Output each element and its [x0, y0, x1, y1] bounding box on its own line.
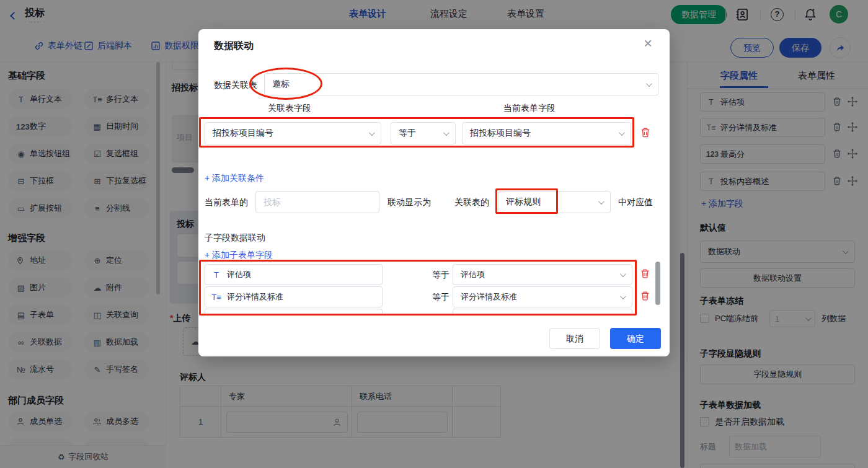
- target-field-value: 评标规则: [506, 196, 541, 208]
- current-form-field-value: 招投标项目编号: [470, 128, 531, 139]
- corresponding-value-label: 中对应值: [618, 197, 653, 208]
- chevron-down-icon: [620, 293, 626, 299]
- target-field-select[interactable]: 评标规则: [498, 191, 611, 213]
- delete-condition-icon[interactable]: [640, 127, 651, 138]
- textarea-icon: T≡: [211, 293, 221, 302]
- delete-subfield-icon[interactable]: [640, 291, 650, 301]
- chevron-down-icon: [598, 198, 604, 205]
- relation-field-value: 招投标项目编号: [213, 128, 273, 139]
- subfield-right-value: 评分详情及标准: [461, 291, 517, 302]
- subfield-right-select[interactable]: 评分详情及标准: [453, 286, 632, 307]
- subfield-left-box[interactable]: T 评估项: [205, 264, 383, 285]
- relation-table-select[interactable]: 邀标: [264, 73, 658, 95]
- column-header-right: 当前表单字段: [503, 103, 556, 114]
- subfield-section-title: 子字段数据联动: [205, 232, 265, 244]
- add-condition-link[interactable]: + 添加关联条件: [205, 173, 264, 184]
- chevron-down-icon: [369, 130, 375, 136]
- data-linkage-modal: 数据联动 × 数据关联表 邀标 关联表字段 当前表单字段 招投标项目编号 等于 …: [198, 29, 670, 356]
- current-form-field-select[interactable]: 招投标项目编号: [462, 122, 631, 144]
- relation-table-label: 数据关联表: [214, 80, 257, 91]
- relation-field-select[interactable]: 招投标项目编号: [205, 122, 381, 144]
- subfield-row-partial: [453, 309, 632, 314]
- confirm-button[interactable]: 确定: [610, 328, 661, 349]
- modal-scrollbar[interactable]: [655, 262, 660, 305]
- add-subfield-link[interactable]: + 添加子表单字段: [205, 250, 273, 261]
- subfield-left-box[interactable]: T≡ 评分详情及标准: [205, 286, 383, 307]
- chevron-down-icon: [646, 81, 652, 87]
- display-field-input[interactable]: [255, 191, 379, 213]
- delete-subfield-icon[interactable]: [640, 268, 650, 279]
- operator-value: 等于: [399, 128, 416, 139]
- subfield-right-value: 评估项: [461, 269, 485, 280]
- subfield-row-partial: [205, 309, 383, 314]
- operator-select[interactable]: 等于: [391, 122, 456, 144]
- modal-title: 数据联动: [214, 40, 254, 53]
- chevron-down-icon: [620, 271, 626, 277]
- subfield-operator: 等于: [432, 292, 450, 303]
- subfield-right-select[interactable]: 评估项: [453, 264, 632, 285]
- subfield-operator: 等于: [432, 270, 450, 281]
- close-icon[interactable]: ×: [644, 36, 652, 51]
- display-as-label: 联动显示为: [388, 197, 431, 208]
- subfield-left-label: 评估项: [227, 269, 251, 280]
- column-header-left: 关联表字段: [268, 103, 311, 114]
- chevron-down-icon: [443, 130, 450, 136]
- text-icon: T: [211, 270, 221, 280]
- app-screen: 投标 表单设计 流程设定 表单设置 数据管理 ? C 表单外链 后端脚本 数据权…: [0, 0, 868, 468]
- cancel-button[interactable]: 取消: [549, 328, 600, 349]
- of-table-label: 关联表的: [454, 197, 489, 208]
- relation-table-value: 邀标: [272, 79, 290, 90]
- current-form-prefix: 当前表单的: [205, 197, 248, 208]
- chevron-down-icon: [619, 130, 625, 136]
- subfield-left-label: 评分详情及标准: [227, 291, 283, 302]
